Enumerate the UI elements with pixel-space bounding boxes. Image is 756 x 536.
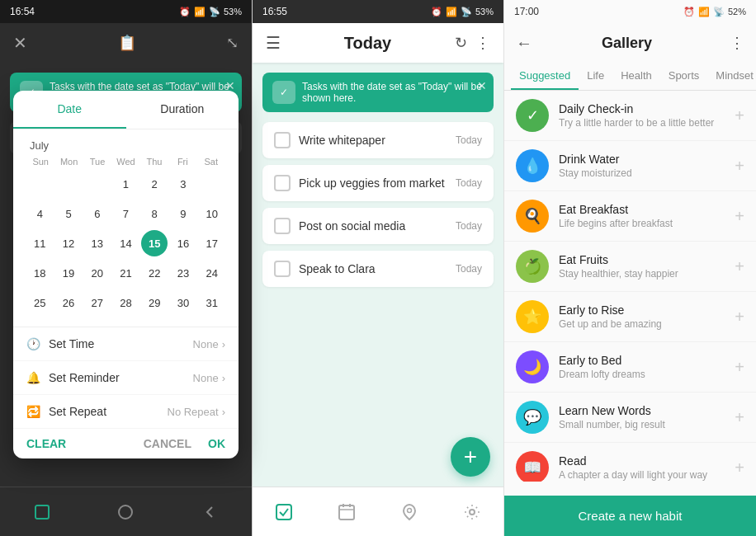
cal-cell-1[interactable]: 1 <box>112 171 139 197</box>
set-time-row[interactable]: 🕐 Set Time None › <box>13 327 239 361</box>
cal-cell-11[interactable]: 11 <box>26 230 53 256</box>
p2-task-name-3: Speak to Clara <box>299 262 376 275</box>
cal-cell-28[interactable]: 28 <box>112 289 139 316</box>
cal-cell-21[interactable]: 21 <box>112 260 139 286</box>
cal-cell-19[interactable]: 19 <box>55 260 82 286</box>
cal-cell-10[interactable]: 10 <box>199 200 225 227</box>
calendar-body: July Sun Mon Tue Wed Thu Fri Sat 1 2 3 <box>13 129 239 327</box>
habit-item-6[interactable]: 💬 Learn New Words Small number, big resu… <box>504 393 756 443</box>
cal-cell-5[interactable]: 5 <box>55 200 82 227</box>
tab-suggested[interactable]: Suggested <box>511 63 579 90</box>
more-icon[interactable]: ⋮ <box>475 34 490 52</box>
cal-cell-6[interactable]: 6 <box>84 200 111 227</box>
cal-cell-3[interactable]: 3 <box>170 171 196 197</box>
set-repeat-value: No Repeat <box>168 406 219 418</box>
p2-checkbox-2[interactable] <box>274 218 291 234</box>
cal-cell-25[interactable]: 25 <box>26 289 53 316</box>
tab-life[interactable]: Life <box>579 63 612 90</box>
habit-info-0: Daily Check-in Try a little harder to be… <box>559 102 735 129</box>
cal-cell-7[interactable]: 7 <box>112 200 139 227</box>
p2-checkbox-3[interactable] <box>274 261 291 277</box>
p2-checkbox-1[interactable] <box>274 175 291 191</box>
set-reminder-label: Set Reminder <box>49 371 120 384</box>
p2-task-0[interactable]: Write whitepaper Today <box>262 122 494 158</box>
close-icon-1[interactable]: ✕ <box>13 33 27 53</box>
cal-cell-18[interactable]: 18 <box>26 260 53 286</box>
habit-add-6[interactable]: + <box>735 408 744 427</box>
cal-cell-13[interactable]: 13 <box>84 230 111 256</box>
p2-task-1[interactable]: Pick up veggies from market Today <box>262 165 494 201</box>
habit-item-5[interactable]: 🌙 Early to Bed Dream lofty dreams + <box>504 342 756 393</box>
today-title: Today <box>344 34 391 53</box>
p2-nav-calendar[interactable] <box>338 503 356 521</box>
cal-cell-8[interactable]: 8 <box>141 200 168 227</box>
create-habit-button[interactable]: Create a new habit <box>504 496 756 536</box>
day-fri: Fri <box>169 157 196 167</box>
tab-duration[interactable]: Duration <box>126 91 239 129</box>
ok-button[interactable]: OK <box>208 437 225 450</box>
cal-cell-16[interactable]: 16 <box>170 230 196 256</box>
tab-date[interactable]: Date <box>13 91 126 129</box>
p2-nav-location[interactable] <box>400 503 418 521</box>
repeat-icon: 🔁 <box>26 405 40 418</box>
p2-task-2[interactable]: Post on social media Today <box>262 208 494 244</box>
p2-nav-settings[interactable] <box>463 503 481 521</box>
habit-item-2[interactable]: 🍳 Eat Breakfast Life begins after breakf… <box>504 191 756 242</box>
tab-sports[interactable]: Sports <box>660 63 708 90</box>
habit-item-0[interactable]: ✓ Daily Check-in Try a little harder to … <box>504 91 756 141</box>
cal-cell-9[interactable]: 9 <box>170 200 196 227</box>
hamburger-icon[interactable]: ☰ <box>266 33 281 53</box>
habit-add-7[interactable]: + <box>735 458 744 477</box>
tab-mindset[interactable]: Mindset <box>707 63 756 90</box>
p2-task-3[interactable]: Speak to Clara Today <box>262 251 494 287</box>
refresh-icon[interactable]: ↻ <box>455 34 467 52</box>
nav-back-1[interactable] <box>200 502 220 522</box>
cal-cell-23[interactable]: 23 <box>170 260 196 286</box>
habit-add-4[interactable]: + <box>735 308 744 327</box>
cal-cell-27[interactable]: 27 <box>84 289 111 316</box>
more-icon-gallery[interactable]: ⋮ <box>730 34 744 52</box>
cal-cell-26[interactable]: 26 <box>55 289 82 316</box>
habit-name-3: Eat Fruits <box>559 253 735 266</box>
habit-add-2[interactable]: + <box>735 207 744 226</box>
day-mon: Mon <box>56 157 83 167</box>
note-icon-1[interactable]: 📋 <box>118 34 136 52</box>
cal-cell-22[interactable]: 22 <box>141 260 168 286</box>
habit-item-1[interactable]: 💧 Drink Water Stay moisturized + <box>504 141 756 191</box>
cal-cell-4[interactable]: 4 <box>26 200 53 227</box>
month-label: July <box>26 139 225 152</box>
cal-cell-20[interactable]: 20 <box>84 260 111 286</box>
habit-add-0[interactable]: + <box>735 106 744 125</box>
cal-cell-30[interactable]: 30 <box>170 289 196 316</box>
fab-add-task[interactable]: + <box>451 437 490 477</box>
clear-button[interactable]: CLEAR <box>26 437 66 450</box>
habit-item-3[interactable]: 🍏 Eat Fruits Stay healthier, stay happie… <box>504 242 756 292</box>
back-icon-gallery[interactable]: ← <box>516 34 532 53</box>
cal-cell-15-today[interactable]: 15 <box>141 230 168 256</box>
status-icons-3: ⏰ 📶 📡 52% <box>683 7 746 17</box>
cal-cell-2[interactable]: 2 <box>141 171 168 197</box>
habit-desc-1: Stay moisturized <box>559 167 735 179</box>
cal-cell-29[interactable]: 29 <box>141 289 168 316</box>
cancel-button[interactable]: CANCEL <box>144 437 191 450</box>
cal-cell-24[interactable]: 24 <box>199 260 225 286</box>
habit-item-7[interactable]: 📖 Read A chapter a day will light your w… <box>504 443 756 482</box>
habit-add-1[interactable]: + <box>735 157 744 176</box>
nav-circle-1[interactable] <box>116 502 135 522</box>
p2-nav-check[interactable] <box>275 503 293 521</box>
set-repeat-row[interactable]: 🔁 Set Repeat No Repeat › <box>13 395 239 429</box>
cal-cell-17[interactable]: 17 <box>199 230 225 256</box>
habit-item-4[interactable]: ⭐ Early to Rise Get up and be amazing + <box>504 292 756 342</box>
cal-cell-14[interactable]: 14 <box>112 230 139 256</box>
p2-notif-close[interactable]: ✕ <box>477 79 487 92</box>
tab-health[interactable]: Health <box>612 63 660 90</box>
p2-checkbox-0[interactable] <box>274 132 291 148</box>
expand-icon-1[interactable]: ⤡ <box>226 34 239 52</box>
set-reminder-row[interactable]: 🔔 Set Reminder None › <box>13 361 239 395</box>
cal-cell-31[interactable]: 31 <box>199 289 225 316</box>
habit-add-3[interactable]: + <box>735 257 744 276</box>
nav-check-1[interactable] <box>32 502 52 522</box>
cal-cell-12[interactable]: 12 <box>55 230 82 256</box>
habit-add-5[interactable]: + <box>735 358 744 377</box>
status-bar-3: 17:00 ⏰ 📶 📡 52% <box>504 0 756 23</box>
